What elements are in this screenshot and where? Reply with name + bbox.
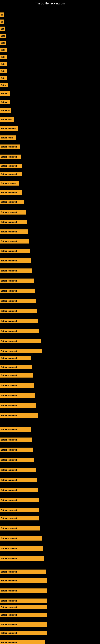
bar-item: Bottleneck result bbox=[0, 438, 32, 442]
bar-item: Bottleneck result bbox=[0, 546, 43, 550]
bar-item: Bottleneck result bbox=[0, 220, 27, 224]
bar-label-text: Bottleneck result bbox=[0, 509, 17, 512]
bar-label-text: Bottleneck result bbox=[0, 300, 17, 302]
bar-label-text: Bottleneck result bbox=[0, 414, 17, 417]
bar-label-text: Bottleneck resu bbox=[0, 128, 16, 130]
bar-label-text: Bottleneck result bbox=[0, 270, 17, 272]
bar-item: Bottleneck result bbox=[0, 393, 35, 398]
bar-label-text: Bottleneck result bbox=[0, 571, 17, 573]
bar-label-text: Bottle bbox=[0, 84, 6, 86]
bar-item: Bottleneck result bbox=[0, 631, 47, 635]
bar-label-text: Bot bbox=[0, 28, 4, 30]
bar-item: Bottleneck result bbox=[0, 249, 30, 253]
bar-label-text: Bottleneck result bbox=[0, 439, 17, 441]
bar-item: Bottleneck result bbox=[0, 190, 22, 195]
bar-item: Bottleneck result bbox=[0, 403, 36, 408]
bar-label-text: Bottleneck result bbox=[0, 459, 17, 461]
site-title: TheBottlenecker.com bbox=[0, 0, 100, 7]
bar-label-text: Bottleneck result bbox=[0, 624, 17, 626]
bar-label-text: Bottleneck result bbox=[0, 600, 17, 602]
bar-item: Bottleneck result bbox=[0, 200, 24, 204]
bar-label-text: Bottleneck result bbox=[0, 548, 17, 550]
bar-label-text: Bottl bbox=[0, 77, 5, 79]
bar-item: Bottleneck result bbox=[0, 578, 47, 583]
bar-label-text: Bottleneck result bbox=[0, 156, 17, 158]
bar-label-text: Bottlen bbox=[0, 92, 7, 95]
bar-label-text: Bottleneck result bbox=[0, 366, 17, 368]
bar-label-text: Bottleneck result bbox=[0, 350, 17, 352]
bar-label-text: Bottleneck result bbox=[0, 642, 17, 644]
bar-item: Bott bbox=[0, 34, 6, 38]
bar-item: Bottleneck result bbox=[0, 570, 46, 574]
bar-label-text: Bottleneck result bbox=[0, 499, 17, 501]
bar-label-text: Bottleneck result bbox=[0, 632, 17, 634]
bar-label-text: Bottleneck result bbox=[0, 558, 17, 560]
bar-label-text: Bottleneck result bbox=[0, 357, 17, 359]
bar-label-text: Bottleneck result bbox=[0, 374, 17, 376]
bar-item: Bottleneck result bbox=[0, 413, 38, 418]
bar-label-text: Bott bbox=[0, 42, 4, 44]
bar-item: Bottleneck result bbox=[0, 365, 32, 369]
bar-label-text: Bottleneck result bbox=[0, 280, 17, 282]
bar-label-text: Bottleneck result bbox=[0, 469, 17, 471]
bar-item: Bottleneck result bbox=[0, 172, 22, 176]
bar-label-text: Bottleneck result bbox=[0, 146, 17, 148]
bar-item: Bottleneck r bbox=[0, 117, 14, 122]
bar-item: Bottleneck result bbox=[0, 508, 39, 512]
bar-item: Bottleneck result bbox=[0, 556, 44, 561]
bar-item: Bottleneck result bbox=[0, 339, 41, 343]
bar-item: Bottleneck result bbox=[0, 588, 47, 593]
bar-label-text: Bottleneck result bbox=[0, 479, 17, 481]
bar-label-text: Bottl bbox=[0, 63, 5, 65]
bar-label-text: Bott bbox=[0, 35, 4, 37]
bar-label-text: Bottleneck r bbox=[0, 118, 12, 121]
bar-item: Bottleneck result bbox=[0, 329, 39, 333]
bar-item: Bottleneck result bbox=[0, 164, 22, 168]
bar-item: Bottleneck result bbox=[0, 299, 36, 303]
bar-item: Bottleneck result bbox=[0, 488, 38, 492]
bar-label-text: Bottleneck result bbox=[0, 606, 17, 608]
bar-item: Bo bbox=[0, 12, 3, 17]
bar-item: Bottl bbox=[0, 55, 7, 59]
bar-label-text: Bottleneck result bbox=[0, 527, 17, 530]
bar-item: Bottleneck result bbox=[0, 458, 34, 462]
bar-label-text: Bottleneck result bbox=[0, 260, 17, 262]
bar-item: Bottleneck result bbox=[0, 349, 42, 354]
bar-label-text: Bo bbox=[0, 21, 3, 23]
bar-item: Bottl bbox=[0, 76, 7, 80]
bar-item: Bottleneck result bbox=[0, 536, 42, 540]
bar-label-text: Bottleneck resu bbox=[0, 182, 16, 184]
bar-item: Bottleneck result bbox=[0, 258, 31, 263]
bar-label-text: Bottleneck result bbox=[0, 231, 17, 233]
bar-label-text: Bottleneck result bbox=[0, 517, 17, 520]
bar-label-text: Bottleneck result bbox=[0, 250, 17, 252]
bar-item: Bottl bbox=[0, 62, 7, 66]
bar-item: Bottl bbox=[0, 48, 7, 52]
bar-item: Bottleneck result bbox=[0, 230, 28, 234]
bar-item: Bottleneck result bbox=[0, 478, 37, 482]
bar-item: Bottlenec bbox=[0, 108, 11, 113]
bar-label-text: Bottl bbox=[0, 56, 5, 58]
bar-label-text: Bottleneck result bbox=[0, 394, 17, 397]
bar-item: Bot bbox=[0, 26, 5, 31]
bar-item: Bottleneck result bbox=[0, 612, 47, 617]
bar-label-text: Bottleneck result bbox=[0, 330, 17, 332]
bar-label-text: Bottleneck result bbox=[0, 192, 17, 194]
bar-label-text: Bottleneck result bbox=[0, 537, 17, 540]
bar-item: Bottleneck resu bbox=[0, 181, 19, 186]
bar-label-text: Bottleneck result bbox=[0, 320, 17, 322]
bar-label-text: Bottleneck result bbox=[0, 404, 17, 407]
bar-item: Bottleneck result bbox=[0, 516, 39, 520]
bar-label-text: Bottleneck result bbox=[0, 173, 17, 175]
bar-item: Bottleneck result bbox=[0, 356, 31, 360]
bar-item: Bottleneck result bbox=[0, 622, 47, 627]
bar-item: Bottleneck result bbox=[0, 144, 20, 149]
bar-item: Bo bbox=[0, 20, 3, 24]
bar-item: Bottleneck result bbox=[0, 309, 37, 313]
bar-item: Bottleneck result bbox=[0, 468, 36, 472]
bar-label-text: Bottleneck result bbox=[0, 310, 17, 312]
bar-item: Bottleneck result bbox=[0, 210, 26, 214]
bar-label-text: Bottleneck result bbox=[0, 201, 17, 203]
bar-item: Bottleneck result bbox=[0, 268, 32, 273]
bar-item: Bottleneck result bbox=[0, 319, 38, 323]
